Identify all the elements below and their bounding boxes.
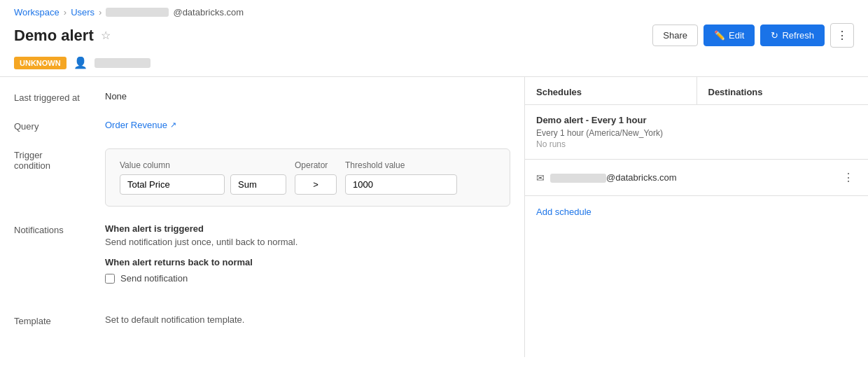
query-label: Query bbox=[14, 120, 105, 132]
send-notification-checkbox[interactable] bbox=[105, 274, 115, 284]
header-left: Demo alert ☆ bbox=[14, 27, 111, 45]
trigger-condition-row: Trigger condition Value column Operator bbox=[14, 148, 510, 207]
status-badge: UNKNOWN bbox=[14, 57, 66, 69]
notifications-label: Notifications bbox=[14, 223, 105, 235]
header-row: Demo alert ☆ Share ✏️ Edit ↻ Refresh ⋮ bbox=[0, 20, 868, 53]
breadcrumb-sep-1: › bbox=[64, 7, 66, 18]
left-panel: Last triggered at None Query Order Reven… bbox=[0, 77, 525, 357]
external-link-icon: ↗ bbox=[170, 120, 176, 130]
last-triggered-value: None bbox=[105, 91, 510, 102]
page-title: Demo alert bbox=[14, 27, 94, 45]
more-button[interactable]: ⋮ bbox=[830, 23, 854, 48]
schedule-item: Demo alert - Every 1 hour Every 1 hour (… bbox=[525, 105, 868, 160]
destination-more-button[interactable]: ⋮ bbox=[840, 169, 857, 186]
threshold-label: Threshold value bbox=[345, 160, 457, 170]
schedule-no-runs: No runs bbox=[536, 139, 857, 149]
trigger-condition-value: Value column Operator Threshold value bbox=[105, 148, 510, 207]
breadcrumb: Workspace › Users › @databricks.com bbox=[0, 0, 868, 20]
sum-input[interactable] bbox=[230, 174, 286, 195]
add-schedule-section: Add schedule bbox=[525, 196, 868, 227]
star-icon[interactable]: ☆ bbox=[101, 29, 111, 42]
query-value: Order Revenue ↗ bbox=[105, 120, 510, 130]
breadcrumb-users[interactable]: Users bbox=[71, 7, 94, 18]
trigger-box: Value column Operator Threshold value bbox=[105, 148, 510, 207]
schedule-subtitle: Every 1 hour (America/New_York) bbox=[536, 128, 857, 138]
when-triggered-sub: Send notification just once, until back … bbox=[105, 237, 510, 247]
template-row: Template Set to default notification tem… bbox=[14, 314, 510, 326]
breadcrumb-workspace[interactable]: Workspace bbox=[14, 7, 59, 18]
when-back-heading: When alert returns back to normal bbox=[105, 257, 510, 267]
threshold-input[interactable] bbox=[345, 174, 457, 195]
template-label: Template bbox=[14, 314, 105, 326]
email-icon: ✉ bbox=[536, 172, 545, 183]
value-column-input[interactable] bbox=[120, 174, 225, 195]
value-column-label: Value column bbox=[120, 160, 286, 170]
status-user-masked bbox=[94, 58, 150, 68]
breadcrumb-user-masked bbox=[106, 8, 169, 17]
dest-email-masked bbox=[550, 174, 606, 183]
dest-email-domain: @databricks.com bbox=[606, 172, 677, 183]
operator-label: Operator bbox=[295, 160, 337, 170]
last-triggered-label: Last triggered at bbox=[14, 91, 105, 103]
breadcrumb-domain: @databricks.com bbox=[173, 7, 244, 18]
notifications-row: Notifications When alert is triggered Se… bbox=[14, 223, 510, 298]
last-triggered-row: Last triggered at None bbox=[14, 91, 510, 103]
edit-label: Edit bbox=[729, 30, 744, 41]
breadcrumb-sep-2: › bbox=[99, 7, 102, 18]
schedules-heading: Schedules bbox=[525, 77, 697, 104]
destinations-heading: Destinations bbox=[697, 77, 869, 104]
edit-icon: ✏️ bbox=[714, 30, 725, 41]
destination-email: @databricks.com bbox=[550, 172, 834, 183]
header-right: Share ✏️ Edit ↻ Refresh ⋮ bbox=[652, 23, 854, 48]
operator-group: Operator bbox=[295, 160, 337, 195]
trigger-condition-label: Trigger condition bbox=[14, 148, 105, 171]
operator-input[interactable] bbox=[295, 174, 337, 195]
refresh-button[interactable]: ↻ Refresh bbox=[760, 25, 825, 46]
right-panel-header: Schedules Destinations bbox=[525, 77, 868, 105]
query-link[interactable]: Order Revenue ↗ bbox=[105, 120, 510, 130]
send-notification-row: Send notification bbox=[105, 273, 510, 284]
query-row: Query Order Revenue ↗ bbox=[14, 120, 510, 132]
main-layout: Last triggered at None Query Order Reven… bbox=[0, 77, 868, 357]
edit-button[interactable]: ✏️ Edit bbox=[704, 25, 755, 46]
status-row: UNKNOWN 👤 bbox=[0, 53, 868, 76]
template-value: Set to default notification template. bbox=[105, 314, 244, 325]
schedule-title: Demo alert - Every 1 hour bbox=[536, 115, 857, 125]
refresh-icon: ↻ bbox=[771, 30, 778, 41]
send-notification-label: Send notification bbox=[120, 273, 188, 284]
right-panel: Schedules Destinations Demo alert - Ever… bbox=[525, 77, 868, 357]
query-link-text: Order Revenue bbox=[105, 120, 167, 130]
threshold-group: Threshold value bbox=[345, 160, 457, 195]
share-button[interactable]: Share bbox=[652, 25, 698, 46]
refresh-label: Refresh bbox=[782, 30, 814, 41]
value-column-group: Value column bbox=[120, 160, 286, 195]
when-triggered-heading: When alert is triggered bbox=[105, 223, 510, 234]
add-schedule-link[interactable]: Add schedule bbox=[536, 207, 592, 217]
destination-item: ✉ @databricks.com ⋮ bbox=[525, 160, 868, 196]
trigger-fields: Value column Operator Threshold value bbox=[120, 160, 496, 195]
notifications-value: When alert is triggered Send notificatio… bbox=[105, 223, 510, 284]
user-icon: 👤 bbox=[74, 56, 88, 69]
